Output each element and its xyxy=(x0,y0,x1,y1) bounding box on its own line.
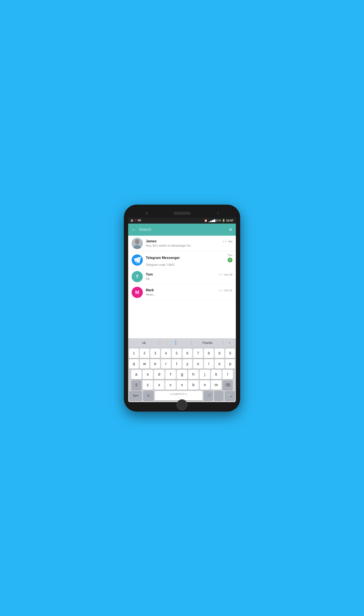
key-9[interactable]: 9 xyxy=(215,349,224,358)
svg-rect-4 xyxy=(133,246,141,249)
key-f[interactable]: f xyxy=(165,370,176,379)
james-time-row: ✓✓ Sat xyxy=(222,240,232,243)
search-key[interactable]: 🔍 xyxy=(225,391,235,400)
status-left-icons: 🖼 ❤ ⌨ xyxy=(131,219,141,222)
key-6[interactable]: 6 xyxy=(183,349,192,358)
avatar-james xyxy=(132,238,143,249)
asdf-row: a s d f g h j k l xyxy=(129,370,235,379)
mark-preview: Heee... xyxy=(146,293,232,296)
key-l[interactable]: l xyxy=(222,370,233,379)
key-b[interactable]: b xyxy=(188,380,199,390)
telegram-preview: Telegram code 73607 xyxy=(146,263,232,266)
mark-check: ✓✓ xyxy=(218,289,223,292)
avatar-mark: M xyxy=(132,287,143,298)
search-input[interactable]: Search xyxy=(139,227,226,232)
james-time: ✓✓ Sat xyxy=(222,240,232,243)
search-bar: ← Search ✕ xyxy=(128,224,236,236)
chat-list: James ✓✓ Sat Hey, let's switch to Messen… xyxy=(128,236,236,338)
key-j[interactable]: j xyxy=(200,370,210,379)
key-4[interactable]: 4 xyxy=(161,349,171,358)
key-7[interactable]: 7 xyxy=(193,349,203,358)
chat-item-telegram[interactable]: Telegram Messenger Thu 4 Telegram code 7… xyxy=(128,251,236,269)
key-c[interactable]: c xyxy=(165,380,176,390)
chat-item-mark[interactable]: M Mark ✓✓ Jun 21 Heee... xyxy=(128,285,236,300)
shift-key[interactable]: ⇧ xyxy=(131,380,142,390)
arrow-right-icon: ► xyxy=(185,393,187,395)
cursor-indicator xyxy=(176,341,176,345)
james-name: James xyxy=(146,239,156,243)
key-0[interactable]: 0 xyxy=(225,349,235,358)
key-v[interactable]: v xyxy=(177,380,187,390)
key-t[interactable]: t xyxy=(172,359,182,369)
key-2[interactable]: 2 xyxy=(140,349,149,358)
telegram-badge: 4 xyxy=(228,258,232,262)
key-u[interactable]: u xyxy=(193,359,203,369)
arrow-left-icon: ◄ xyxy=(170,393,172,395)
suggestion-thanks[interactable]: Thanks xyxy=(192,338,223,347)
telegram-name: Telegram Messenger xyxy=(146,256,180,260)
key-o[interactable]: o xyxy=(215,359,224,369)
chat-header-tom: Tom ✓✓ Jun 28 xyxy=(146,273,232,276)
emoji-key[interactable]: ☺ xyxy=(143,391,154,400)
key-d[interactable]: d xyxy=(154,370,164,379)
heart-icon: ❤ xyxy=(134,219,136,222)
chat-header-mark: Mark ✓✓ Jun 21 xyxy=(146,288,232,292)
status-bar: 🖼 ❤ ⌨ ⏰ ▁▃▅▇ 81% 🔋 12:47 xyxy=(128,218,236,224)
mark-time: ✓✓ Jun 21 xyxy=(218,289,232,292)
key-p[interactable]: p xyxy=(225,359,235,369)
more-key[interactable]: …? xyxy=(204,391,213,400)
keyboard-suggestions: ok Thanks › xyxy=(128,338,236,347)
chat-item-tom[interactable]: T Tom ✓✓ Jun 28 Ok xyxy=(128,269,236,285)
clock: 12:47 xyxy=(226,219,233,222)
key-s[interactable]: s xyxy=(143,370,153,379)
suggestion-arrow[interactable]: › xyxy=(223,338,236,347)
key-a[interactable]: a xyxy=(131,370,142,379)
key-y[interactable]: y xyxy=(183,359,192,369)
sym-key[interactable]: Sym xyxy=(129,391,142,400)
key-q[interactable]: q xyxy=(129,359,139,369)
backspace-key[interactable]: ⌫ xyxy=(222,380,233,390)
james-check: ✓✓ xyxy=(222,240,227,243)
alarm-icon: ⏰ xyxy=(204,219,208,222)
keyboard-icon: ⌨ xyxy=(138,219,141,222)
key-x[interactable]: x xyxy=(154,380,164,390)
key-i[interactable]: i xyxy=(204,359,214,369)
tom-check: ✓✓ xyxy=(218,273,223,276)
phone-bottom-bar xyxy=(128,402,236,407)
tom-time: ✓✓ Jun 28 xyxy=(218,273,232,276)
svg-point-3 xyxy=(135,239,139,244)
punctuation-key[interactable]: . xyxy=(214,391,223,400)
qwerty-row: q w e r t y u i o p xyxy=(129,359,235,369)
chat-header-telegram: Telegram Messenger Thu 4 xyxy=(146,254,232,262)
key-8[interactable]: 8 xyxy=(204,349,214,358)
camera xyxy=(145,212,148,215)
key-g[interactable]: g xyxy=(177,370,187,379)
key-3[interactable]: 3 xyxy=(150,349,160,358)
home-button[interactable] xyxy=(177,399,187,410)
key-e[interactable]: e xyxy=(150,359,160,369)
key-w[interactable]: w xyxy=(140,359,149,369)
language-label: English(UK) xyxy=(173,393,184,395)
key-r[interactable]: r xyxy=(161,359,171,369)
chat-item-james[interactable]: James ✓✓ Sat Hey, let's switch to Messen… xyxy=(128,236,236,251)
james-preview: Hey, let's switch to Messenger for... xyxy=(146,244,232,247)
key-1[interactable]: 1 xyxy=(129,349,139,358)
phone-top-bar xyxy=(128,209,236,218)
tom-preview: Ok xyxy=(146,277,232,281)
key-h[interactable]: h xyxy=(188,370,199,379)
key-n[interactable]: n xyxy=(200,380,210,390)
chat-content-telegram: Telegram Messenger Thu 4 Telegram code 7… xyxy=(146,254,232,266)
close-button[interactable]: ✕ xyxy=(229,227,232,232)
key-z[interactable]: z xyxy=(143,380,153,390)
status-right: ⏰ ▁▃▅▇ 81% 🔋 12:47 xyxy=(204,219,233,222)
key-m[interactable]: m xyxy=(211,380,221,390)
chat-content-james: James ✓✓ Sat Hey, let's switch to Messen… xyxy=(146,239,232,247)
space-key[interactable]: ◄ English(UK) ► ⎵ xyxy=(155,391,202,400)
key-5[interactable]: 5 xyxy=(172,349,182,358)
back-button[interactable]: ← xyxy=(132,227,136,233)
avatar-tom: T xyxy=(132,271,143,282)
sensor xyxy=(217,212,219,214)
suggestion-ok[interactable]: ok xyxy=(128,338,160,347)
battery-percentage: 81% xyxy=(216,219,221,222)
key-k[interactable]: k xyxy=(211,370,221,379)
